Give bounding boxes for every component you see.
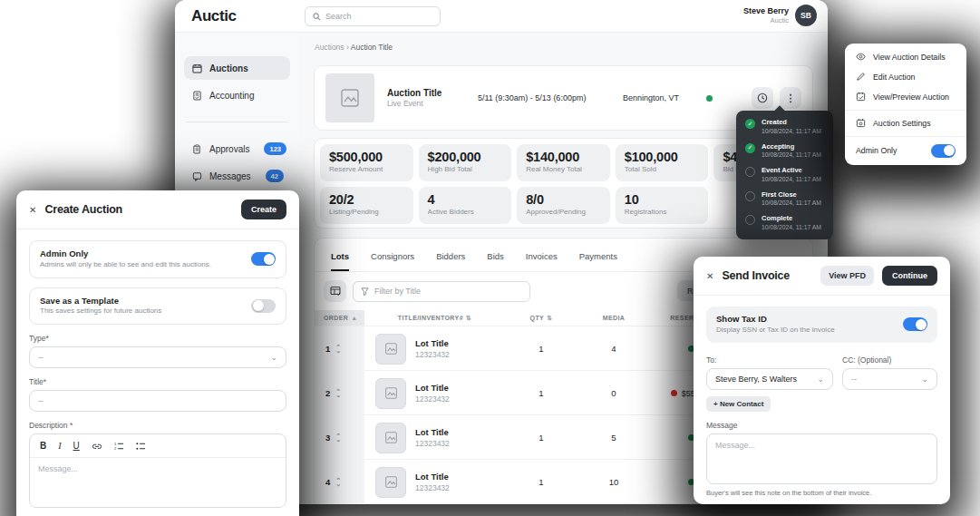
lot-image-placeholder (375, 334, 406, 365)
tab-consignors[interactable]: Consignors (371, 251, 414, 271)
tab-invoices[interactable]: Invoices (526, 251, 558, 271)
kebab-menu-button[interactable]: ⋮ (780, 87, 801, 109)
sort-icon: ⇅ (466, 315, 471, 322)
close-icon[interactable]: ✕ (29, 205, 36, 215)
menu-item-auction-settings[interactable]: Auction Settings (845, 113, 966, 133)
search-input[interactable] (325, 12, 416, 21)
type-select[interactable]: --⌄ (29, 346, 286, 368)
timeline-clock-button[interactable] (752, 87, 773, 109)
new-contact-button[interactable]: + New Contact (706, 396, 771, 412)
lot-media: 4 (577, 344, 650, 354)
menu-divider (845, 136, 966, 137)
view-pfd-button[interactable]: View PFD (820, 266, 874, 286)
stat-active-bidders: 4Active Bidders (419, 187, 512, 224)
title-input[interactable] (29, 390, 286, 412)
lot-qty: 1 (505, 433, 577, 443)
status-timeline-popup: ✓ Created10/08/2024, 11:17 AM ✓ Acceptin… (736, 111, 833, 239)
filter-input[interactable] (374, 287, 501, 296)
col-qty[interactable]: QTY⇅ (505, 310, 577, 326)
sidebar-item-label: Messages (209, 171, 251, 181)
sidebar-item-accounting[interactable]: Accounting (184, 83, 290, 107)
user-menu[interactable]: Steve Berry Auctic SB (743, 5, 817, 26)
lot-title: Lot Title (415, 383, 450, 394)
underline-button[interactable]: U (73, 441, 80, 451)
column-settings-button[interactable] (324, 280, 346, 302)
invoice-message-textarea[interactable] (706, 433, 937, 484)
stat-total-sold: $100,000Total Sold (616, 144, 709, 181)
col-media[interactable]: MEDIA (577, 310, 650, 326)
auction-subtitle: Live Event (387, 99, 478, 109)
cc-select[interactable]: --⌄ (842, 368, 937, 390)
sort-icon: ⇅ (547, 315, 552, 322)
lot-inventory: 12323432 (415, 439, 450, 448)
timeline-item: Complete10/08/2024, 11:17 AM (745, 214, 824, 232)
avatar[interactable]: SB (795, 5, 817, 26)
menu-item-edit-auction[interactable]: Edit Auction (845, 67, 966, 87)
to-select[interactable]: Steve Berry, S Walters⌄ (706, 368, 833, 390)
admin-only-toggle[interactable] (931, 144, 956, 158)
create-auction-modal: ✕ Create Auction Create Admin Only Admin… (16, 190, 299, 516)
calendar-check-icon (856, 92, 866, 103)
breadcrumb-separator: › (346, 43, 349, 52)
chevron-down-icon: ⌄ (817, 375, 824, 384)
app-logo: Auctic (191, 7, 237, 25)
sidebar-item-label: Auctions (209, 63, 248, 73)
reserve-status-dot (671, 390, 677, 396)
sidebar-item-approvals[interactable]: Approvals 123 (184, 137, 290, 161)
close-icon[interactable]: ✕ (706, 271, 713, 281)
tab-bidders[interactable]: Bidders (436, 251, 465, 271)
menu-admin-only-row: Admin Only (845, 140, 966, 161)
tab-lots[interactable]: Lots (331, 251, 349, 271)
col-order[interactable]: ORDER▲ (315, 310, 364, 326)
order-stepper[interactable]: ⌃⌄ (335, 479, 341, 486)
modal-title: Send Invoice (722, 269, 790, 282)
empty-circle-icon (745, 191, 755, 201)
tab-bids[interactable]: Bids (487, 251, 503, 271)
breadcrumb-parent[interactable]: Auctions (315, 43, 344, 52)
search-box[interactable] (305, 6, 441, 26)
save-template-toggle[interactable] (251, 299, 276, 313)
chat-icon (192, 171, 202, 181)
bold-button[interactable]: B (40, 441, 46, 451)
create-button[interactable]: Create (241, 200, 286, 219)
auction-dates: 5/11 (9:30am) - 5/13 (6:00pm) (478, 93, 623, 102)
stat-registrations: 10Registrations (616, 187, 709, 224)
filter-box[interactable] (353, 281, 530, 302)
check-circle-icon: ✓ (745, 143, 755, 153)
menu-item-view-preview-auction[interactable]: View/Preview Auction (845, 87, 966, 107)
approvals-count-badge: 123 (264, 142, 286, 155)
breadcrumb-current: Auction Title (351, 43, 393, 52)
check-circle-icon: ✓ (745, 119, 755, 129)
bullet-list-button[interactable] (136, 442, 146, 451)
sidebar-divider (186, 122, 288, 122)
description-textarea[interactable] (30, 458, 286, 507)
italic-button[interactable]: I (58, 441, 61, 451)
order-stepper[interactable]: ⌃⌄ (335, 434, 341, 442)
stat-listing-pending: 20/2Listing/Pending (320, 187, 413, 224)
topbar: Auctic Steve Berry Auctic SB (175, 0, 828, 33)
order-stepper[interactable]: ⌃⌄ (335, 346, 341, 353)
order-stepper[interactable]: ⌃⌄ (335, 390, 341, 397)
auction-status-dot (706, 95, 713, 102)
sidebar-item-messages[interactable]: Messages 42 (184, 164, 290, 188)
ordered-list-button[interactable]: 12 (114, 442, 124, 451)
page: Auctic Steve Berry Auctic SB Auct (0, 0, 980, 516)
empty-circle-icon (745, 215, 755, 225)
stat-real-money-total: $140,000Real Money Total (517, 144, 610, 181)
pencil-icon (856, 72, 866, 83)
clipboard-icon (192, 144, 202, 154)
lot-inventory: 12323432 (415, 394, 450, 404)
calendar-icon (192, 63, 202, 73)
tab-payments[interactable]: Payments (579, 251, 617, 271)
admin-only-toggle[interactable] (251, 252, 276, 266)
sidebar-item-auctions[interactable]: Auctions (184, 56, 290, 80)
lot-title: Lot Title (415, 427, 450, 439)
show-tax-id-toggle[interactable] (903, 317, 927, 331)
col-title-inventory[interactable]: TITLE/INVENTORY#⇅ (364, 310, 505, 326)
message-label: Message (706, 421, 937, 430)
menu-item-view-auction-details[interactable]: View Auction Details (845, 47, 966, 67)
continue-button[interactable]: Continue (882, 266, 937, 286)
empty-circle-icon (745, 167, 755, 177)
link-button[interactable] (92, 442, 102, 451)
lot-media: 5 (577, 433, 650, 443)
